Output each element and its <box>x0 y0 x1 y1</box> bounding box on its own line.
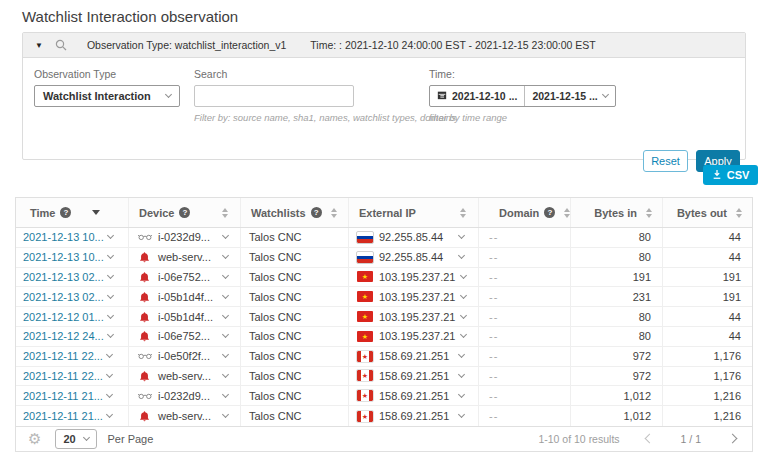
column-header-device[interactable]: Device ? <box>129 198 241 227</box>
domain-value: -- <box>489 390 498 402</box>
help-icon[interactable]: ? <box>311 207 322 218</box>
column-header-external-ip[interactable]: External IP <box>349 198 479 227</box>
time-link[interactable]: 2021-12-11 21... <box>23 410 103 422</box>
chevron-down-icon[interactable] <box>458 232 465 239</box>
chevron-down-icon[interactable] <box>458 252 465 259</box>
sort-icon[interactable] <box>564 208 570 218</box>
chevron-down-icon[interactable] <box>107 272 114 279</box>
chevron-down-icon[interactable] <box>106 411 113 418</box>
column-header-time[interactable]: Time ? <box>16 198 129 227</box>
search-label: Search <box>194 68 456 80</box>
table-body: 2021-12-13 10... i-0232d9... Talos CNC 9… <box>16 228 752 426</box>
sort-icon[interactable] <box>331 208 337 218</box>
sort-icon[interactable] <box>222 208 228 218</box>
bytes-out-value: 44 <box>729 251 741 263</box>
time-end-segment[interactable]: 2021-12-15 ... <box>524 86 614 106</box>
filter-panel: ▼ Observation Type: watchlist_interactio… <box>22 32 746 160</box>
time-link[interactable]: 2021-12-12 01... <box>23 311 104 323</box>
chevron-down-icon[interactable] <box>107 232 114 239</box>
chevron-down-icon[interactable] <box>106 391 113 398</box>
search-hint: Filter by: source name, sha1, names, wat… <box>194 112 456 123</box>
time-link[interactable]: 2021-12-11 22... <box>23 370 103 382</box>
time-link[interactable]: 2021-12-13 10... <box>23 231 104 243</box>
chevron-down-icon[interactable] <box>460 331 467 338</box>
time-link[interactable]: 2021-12-12 24... <box>23 330 104 342</box>
column-header-domain[interactable]: Domain ? <box>479 198 571 227</box>
bytes-in-value: 80 <box>639 231 651 243</box>
chevron-down-icon[interactable] <box>107 252 114 259</box>
bytes-out-value: 44 <box>729 330 741 342</box>
chevron-down-icon[interactable] <box>460 312 467 319</box>
alert-bell-icon <box>137 330 152 342</box>
previous-page-icon[interactable] <box>644 434 654 444</box>
table-footer: ⚙ 20 Per Page 1-10 of 10 results 1 / 1 <box>16 426 752 451</box>
help-icon[interactable]: ? <box>60 207 71 218</box>
help-icon[interactable]: ? <box>544 207 555 218</box>
chevron-down-icon[interactable] <box>458 371 465 378</box>
chevron-down-icon[interactable] <box>222 252 229 259</box>
bytes-out-value: 1,216 <box>713 410 741 422</box>
chevron-down-icon[interactable] <box>222 351 229 358</box>
bytes-in-value: 80 <box>639 311 651 323</box>
chevron-down-icon[interactable] <box>107 312 114 319</box>
sort-icon[interactable] <box>646 208 652 218</box>
column-header-bytes-out[interactable]: Bytes out <box>663 198 752 227</box>
flag-ca-icon: ★ <box>357 411 373 422</box>
chevron-down-icon[interactable] <box>106 351 113 358</box>
collapse-triangle-icon[interactable]: ▼ <box>35 41 43 50</box>
time-range-picker[interactable]: 2021-12-10 ... 2021-12-15 ... <box>429 85 616 107</box>
chevron-down-icon[interactable] <box>107 331 114 338</box>
time-link[interactable]: 2021-12-13 02... <box>23 291 104 303</box>
gear-icon[interactable]: ⚙ <box>28 431 41 446</box>
header-label: Watchlists <box>251 207 306 219</box>
chevron-down-icon[interactable] <box>222 232 229 239</box>
chevron-down-icon[interactable] <box>106 371 113 378</box>
reset-button[interactable]: Reset <box>643 150 688 172</box>
bytes-in-value: 80 <box>639 251 651 263</box>
filter-summary-bar[interactable]: ▼ Observation Type: watchlist_interactio… <box>23 33 745 58</box>
time-link[interactable]: 2021-12-13 02... <box>23 271 104 283</box>
column-header-watchlists[interactable]: Watchlists ? <box>241 198 349 227</box>
observations-table: Time ? Device ? Watchlists ? External IP… <box>15 197 753 452</box>
chevron-down-icon[interactable] <box>107 292 114 299</box>
time-start-segment[interactable]: 2021-12-10 ... <box>430 86 524 106</box>
sort-descending-icon[interactable] <box>92 210 100 215</box>
watching-glasses-icon <box>137 352 152 360</box>
time-link[interactable]: 2021-12-11 22... <box>23 350 103 362</box>
column-header-bytes-in[interactable]: Bytes in <box>571 198 663 227</box>
chevron-down-icon[interactable] <box>222 371 229 378</box>
device-name: web-serv... <box>158 251 211 263</box>
flag-vn-icon: ★ <box>357 311 373 322</box>
chevron-down-icon[interactable] <box>222 292 229 299</box>
observation-type-select[interactable]: Watchlist Interaction <box>34 85 180 107</box>
chevron-down-icon[interactable] <box>222 391 229 398</box>
observation-type-group: Observation Type Watchlist Interaction <box>34 68 180 107</box>
time-link[interactable]: 2021-12-13 10... <box>23 251 104 263</box>
chevron-down-icon[interactable] <box>222 411 229 418</box>
chevron-down-icon[interactable] <box>222 331 229 338</box>
external-ip-value: 92.255.85.44 <box>379 251 443 263</box>
per-page-select[interactable]: 20 <box>55 429 97 449</box>
observation-type-label: Observation Type <box>34 68 180 80</box>
external-ip-value: 158.69.21.251 <box>379 410 449 422</box>
csv-download-button[interactable]: CSV <box>703 165 758 185</box>
chevron-down-icon[interactable] <box>458 391 465 398</box>
time-link[interactable]: 2021-12-11 21... <box>23 390 103 402</box>
chevron-down-icon[interactable] <box>222 312 229 319</box>
external-ip-value: 103.195.237.21 <box>379 330 455 342</box>
sort-icon[interactable] <box>736 208 742 218</box>
chevron-down-icon[interactable] <box>460 272 467 279</box>
search-icon <box>55 39 67 51</box>
chevron-down-icon[interactable] <box>460 292 467 299</box>
table-row: 2021-12-11 21... web-serv... Talos CNC ★… <box>16 406 752 426</box>
search-input[interactable] <box>194 85 354 107</box>
flag-vn-icon: ★ <box>357 331 373 342</box>
domain-value: -- <box>489 251 498 263</box>
chevron-down-icon[interactable] <box>222 272 229 279</box>
domain-value: -- <box>489 271 498 283</box>
help-icon[interactable]: ? <box>179 207 190 218</box>
next-page-icon[interactable] <box>728 434 738 444</box>
sort-icon[interactable] <box>460 208 466 218</box>
chevron-down-icon[interactable] <box>458 411 465 418</box>
chevron-down-icon[interactable] <box>458 351 465 358</box>
